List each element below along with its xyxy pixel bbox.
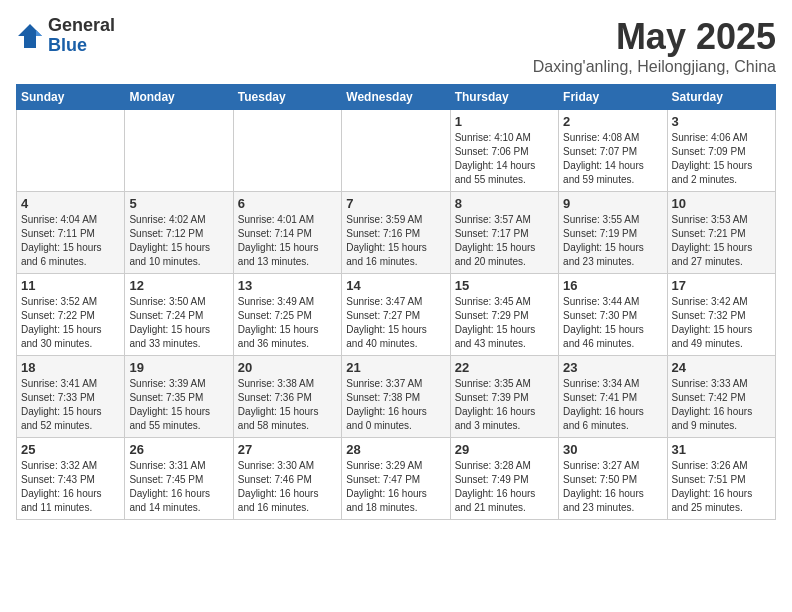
day-info: Sunrise: 3:44 AM Sunset: 7:30 PM Dayligh… <box>563 295 662 351</box>
calendar-cell: 17Sunrise: 3:42 AM Sunset: 7:32 PM Dayli… <box>667 274 775 356</box>
calendar-cell: 14Sunrise: 3:47 AM Sunset: 7:27 PM Dayli… <box>342 274 450 356</box>
day-info: Sunrise: 3:37 AM Sunset: 7:38 PM Dayligh… <box>346 377 445 433</box>
calendar-cell: 7Sunrise: 3:59 AM Sunset: 7:16 PM Daylig… <box>342 192 450 274</box>
day-number: 19 <box>129 360 228 375</box>
calendar-cell: 25Sunrise: 3:32 AM Sunset: 7:43 PM Dayli… <box>17 438 125 520</box>
calendar-cell: 15Sunrise: 3:45 AM Sunset: 7:29 PM Dayli… <box>450 274 558 356</box>
day-number: 4 <box>21 196 120 211</box>
day-number: 6 <box>238 196 337 211</box>
day-number: 1 <box>455 114 554 129</box>
day-info: Sunrise: 3:39 AM Sunset: 7:35 PM Dayligh… <box>129 377 228 433</box>
weekday-header-wednesday: Wednesday <box>342 85 450 110</box>
weekday-header-saturday: Saturday <box>667 85 775 110</box>
day-number: 13 <box>238 278 337 293</box>
day-info: Sunrise: 3:29 AM Sunset: 7:47 PM Dayligh… <box>346 459 445 515</box>
day-number: 25 <box>21 442 120 457</box>
day-number: 26 <box>129 442 228 457</box>
logo-text: General Blue <box>48 16 115 56</box>
day-info: Sunrise: 4:06 AM Sunset: 7:09 PM Dayligh… <box>672 131 771 187</box>
weekday-header-friday: Friday <box>559 85 667 110</box>
day-number: 5 <box>129 196 228 211</box>
calendar-cell: 13Sunrise: 3:49 AM Sunset: 7:25 PM Dayli… <box>233 274 341 356</box>
calendar-cell: 3Sunrise: 4:06 AM Sunset: 7:09 PM Daylig… <box>667 110 775 192</box>
day-info: Sunrise: 3:59 AM Sunset: 7:16 PM Dayligh… <box>346 213 445 269</box>
calendar-cell: 26Sunrise: 3:31 AM Sunset: 7:45 PM Dayli… <box>125 438 233 520</box>
day-info: Sunrise: 3:55 AM Sunset: 7:19 PM Dayligh… <box>563 213 662 269</box>
calendar-cell: 1Sunrise: 4:10 AM Sunset: 7:06 PM Daylig… <box>450 110 558 192</box>
calendar-week-5: 25Sunrise: 3:32 AM Sunset: 7:43 PM Dayli… <box>17 438 776 520</box>
logo-blue-label: Blue <box>48 36 115 56</box>
svg-marker-1 <box>36 30 42 36</box>
calendar-cell: 31Sunrise: 3:26 AM Sunset: 7:51 PM Dayli… <box>667 438 775 520</box>
day-number: 8 <box>455 196 554 211</box>
day-info: Sunrise: 3:57 AM Sunset: 7:17 PM Dayligh… <box>455 213 554 269</box>
calendar-cell: 5Sunrise: 4:02 AM Sunset: 7:12 PM Daylig… <box>125 192 233 274</box>
day-info: Sunrise: 4:08 AM Sunset: 7:07 PM Dayligh… <box>563 131 662 187</box>
day-number: 27 <box>238 442 337 457</box>
calendar-cell: 30Sunrise: 3:27 AM Sunset: 7:50 PM Dayli… <box>559 438 667 520</box>
day-info: Sunrise: 3:34 AM Sunset: 7:41 PM Dayligh… <box>563 377 662 433</box>
day-info: Sunrise: 3:41 AM Sunset: 7:33 PM Dayligh… <box>21 377 120 433</box>
weekday-header-thursday: Thursday <box>450 85 558 110</box>
day-number: 12 <box>129 278 228 293</box>
day-number: 9 <box>563 196 662 211</box>
calendar-week-4: 18Sunrise: 3:41 AM Sunset: 7:33 PM Dayli… <box>17 356 776 438</box>
day-number: 31 <box>672 442 771 457</box>
calendar-cell: 19Sunrise: 3:39 AM Sunset: 7:35 PM Dayli… <box>125 356 233 438</box>
day-number: 16 <box>563 278 662 293</box>
page-header: General Blue May 2025 Daxing'anling, Hei… <box>16 16 776 76</box>
logo-icon <box>16 22 44 50</box>
day-info: Sunrise: 4:02 AM Sunset: 7:12 PM Dayligh… <box>129 213 228 269</box>
calendar-cell: 9Sunrise: 3:55 AM Sunset: 7:19 PM Daylig… <box>559 192 667 274</box>
calendar-cell: 28Sunrise: 3:29 AM Sunset: 7:47 PM Dayli… <box>342 438 450 520</box>
calendar-cell: 6Sunrise: 4:01 AM Sunset: 7:14 PM Daylig… <box>233 192 341 274</box>
day-number: 3 <box>672 114 771 129</box>
day-info: Sunrise: 3:50 AM Sunset: 7:24 PM Dayligh… <box>129 295 228 351</box>
day-number: 28 <box>346 442 445 457</box>
calendar-week-3: 11Sunrise: 3:52 AM Sunset: 7:22 PM Dayli… <box>17 274 776 356</box>
calendar-header: SundayMondayTuesdayWednesdayThursdayFrid… <box>17 85 776 110</box>
day-number: 2 <box>563 114 662 129</box>
day-number: 18 <box>21 360 120 375</box>
calendar-cell: 2Sunrise: 4:08 AM Sunset: 7:07 PM Daylig… <box>559 110 667 192</box>
calendar-body: 1Sunrise: 4:10 AM Sunset: 7:06 PM Daylig… <box>17 110 776 520</box>
day-number: 20 <box>238 360 337 375</box>
logo: General Blue <box>16 16 115 56</box>
calendar-cell <box>342 110 450 192</box>
day-info: Sunrise: 3:47 AM Sunset: 7:27 PM Dayligh… <box>346 295 445 351</box>
day-number: 22 <box>455 360 554 375</box>
calendar-cell <box>17 110 125 192</box>
calendar-cell <box>233 110 341 192</box>
day-number: 17 <box>672 278 771 293</box>
calendar-table: SundayMondayTuesdayWednesdayThursdayFrid… <box>16 84 776 520</box>
month-title: May 2025 <box>533 16 776 58</box>
calendar-cell: 18Sunrise: 3:41 AM Sunset: 7:33 PM Dayli… <box>17 356 125 438</box>
day-info: Sunrise: 3:30 AM Sunset: 7:46 PM Dayligh… <box>238 459 337 515</box>
day-number: 15 <box>455 278 554 293</box>
calendar-cell: 12Sunrise: 3:50 AM Sunset: 7:24 PM Dayli… <box>125 274 233 356</box>
calendar-cell <box>125 110 233 192</box>
title-block: May 2025 Daxing'anling, Heilongjiang, Ch… <box>533 16 776 76</box>
day-number: 23 <box>563 360 662 375</box>
day-info: Sunrise: 3:26 AM Sunset: 7:51 PM Dayligh… <box>672 459 771 515</box>
calendar-cell: 27Sunrise: 3:30 AM Sunset: 7:46 PM Dayli… <box>233 438 341 520</box>
day-number: 14 <box>346 278 445 293</box>
calendar-cell: 29Sunrise: 3:28 AM Sunset: 7:49 PM Dayli… <box>450 438 558 520</box>
day-info: Sunrise: 3:38 AM Sunset: 7:36 PM Dayligh… <box>238 377 337 433</box>
weekday-header-monday: Monday <box>125 85 233 110</box>
day-info: Sunrise: 4:01 AM Sunset: 7:14 PM Dayligh… <box>238 213 337 269</box>
calendar-cell: 24Sunrise: 3:33 AM Sunset: 7:42 PM Dayli… <box>667 356 775 438</box>
day-info: Sunrise: 3:35 AM Sunset: 7:39 PM Dayligh… <box>455 377 554 433</box>
weekday-header-sunday: Sunday <box>17 85 125 110</box>
day-info: Sunrise: 3:32 AM Sunset: 7:43 PM Dayligh… <box>21 459 120 515</box>
day-info: Sunrise: 3:31 AM Sunset: 7:45 PM Dayligh… <box>129 459 228 515</box>
calendar-cell: 11Sunrise: 3:52 AM Sunset: 7:22 PM Dayli… <box>17 274 125 356</box>
day-info: Sunrise: 3:27 AM Sunset: 7:50 PM Dayligh… <box>563 459 662 515</box>
day-number: 21 <box>346 360 445 375</box>
calendar-cell: 16Sunrise: 3:44 AM Sunset: 7:30 PM Dayli… <box>559 274 667 356</box>
weekday-header-tuesday: Tuesday <box>233 85 341 110</box>
day-info: Sunrise: 4:04 AM Sunset: 7:11 PM Dayligh… <box>21 213 120 269</box>
weekday-row: SundayMondayTuesdayWednesdayThursdayFrid… <box>17 85 776 110</box>
calendar-cell: 8Sunrise: 3:57 AM Sunset: 7:17 PM Daylig… <box>450 192 558 274</box>
day-info: Sunrise: 3:28 AM Sunset: 7:49 PM Dayligh… <box>455 459 554 515</box>
